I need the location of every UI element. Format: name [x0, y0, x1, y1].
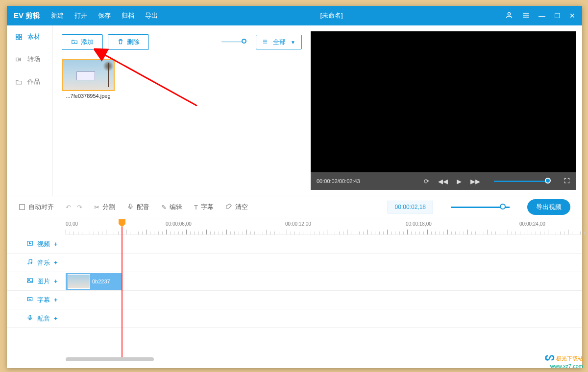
- subtitle-label: 字幕: [201, 203, 214, 211]
- split-button[interactable]: ✂ 分割: [94, 203, 115, 211]
- svg-point-0: [508, 12, 510, 15]
- clear-button[interactable]: 清空: [225, 203, 248, 211]
- track-dub: 配音 +: [7, 309, 582, 328]
- delete-button[interactable]: 删除: [108, 34, 149, 50]
- media-item[interactable]: ...7fe0378954.jpeg: [62, 59, 115, 99]
- image-clip[interactable]: 0b2237: [66, 273, 122, 290]
- text-icon: T: [194, 204, 198, 211]
- menu-archive[interactable]: 归档: [122, 11, 134, 20]
- ruler-tick: 00:00:24,00: [519, 221, 545, 227]
- dub-label: 配音: [137, 203, 149, 211]
- play-icon[interactable]: ▶: [457, 178, 462, 185]
- clip-label: 0b2237: [92, 279, 110, 284]
- track-label: 字幕: [37, 296, 50, 304]
- track-video: 视频 +: [7, 235, 582, 254]
- playhead-line: [122, 227, 122, 357]
- add-track-icon[interactable]: +: [54, 278, 58, 285]
- svg-rect-4: [19, 37, 21, 39]
- svg-rect-3: [16, 37, 18, 39]
- user-icon[interactable]: [505, 11, 513, 21]
- mic-icon: [127, 203, 134, 211]
- tracks: 视频 + 音乐 +: [7, 235, 582, 328]
- svg-rect-1: [16, 34, 18, 36]
- menu-export[interactable]: 导出: [145, 11, 158, 20]
- watermark-url: www.xz7.com: [545, 363, 583, 369]
- sidebar-item-transition[interactable]: 转场: [7, 48, 52, 70]
- watermark-brand: 极光下载站: [556, 355, 583, 361]
- add-button[interactable]: 添加: [62, 34, 103, 50]
- track-label: 图片: [37, 277, 50, 286]
- ruler-tick: 00:00:12,00: [285, 221, 311, 227]
- video-icon: [26, 240, 33, 248]
- svg-rect-12: [27, 279, 33, 282]
- timecode-display: 00:00:02,18: [388, 201, 433, 213]
- track-body[interactable]: [66, 254, 582, 272]
- rewind-icon[interactable]: ◀◀: [438, 178, 448, 185]
- add-label: 添加: [81, 38, 94, 46]
- list-icon: [262, 39, 268, 46]
- track-body[interactable]: [66, 309, 582, 327]
- edit-button[interactable]: ✎ 编辑: [161, 203, 182, 211]
- menu-open[interactable]: 打开: [74, 11, 87, 20]
- subtitle-button[interactable]: T 字幕: [194, 203, 214, 211]
- folder-icon: [15, 78, 23, 86]
- svg-rect-15: [29, 315, 31, 319]
- pencil-icon: ✎: [161, 204, 167, 211]
- transition-icon: [15, 56, 23, 63]
- svg-point-10: [28, 263, 29, 264]
- preview-video[interactable]: [311, 31, 576, 172]
- clear-label: 清空: [235, 203, 248, 211]
- track-head-dub: 配音 +: [7, 314, 66, 323]
- track-head-subtitle: 字幕 +: [7, 296, 66, 304]
- preview-panel: 00:00:02/00:02:43 ⟳ ◀◀ ▶ ▶▶: [311, 31, 576, 190]
- minimize-icon[interactable]: —: [539, 12, 545, 20]
- media-panel: 添加 删除 全部 ▼: [53, 25, 311, 196]
- dub-button[interactable]: 配音: [127, 203, 149, 211]
- menu-save[interactable]: 保存: [98, 11, 111, 20]
- filter-dropdown[interactable]: 全部 ▼: [256, 35, 302, 49]
- sidebar-item-label: 素材: [27, 32, 40, 41]
- svg-rect-14: [27, 298, 32, 301]
- preview-time: 00:00:02/00:02:43: [317, 178, 360, 184]
- track-body[interactable]: 0b2237: [66, 272, 582, 290]
- redo-icon[interactable]: ↷: [77, 204, 82, 211]
- chevron-down-icon: ▼: [291, 40, 295, 45]
- zoom-slider[interactable]: [451, 207, 510, 208]
- scissors-icon: ✂: [94, 204, 99, 211]
- document-title: [未命名]: [158, 11, 505, 20]
- side-tabs: 素材 转场 作品: [7, 25, 53, 196]
- sidebar-item-works[interactable]: 作品: [7, 70, 52, 93]
- add-track-icon[interactable]: +: [54, 240, 58, 248]
- fullscreen-icon[interactable]: [564, 177, 570, 186]
- horizontal-scrollbar[interactable]: [66, 357, 154, 361]
- sidebar-item-label: 转场: [27, 55, 40, 64]
- preview-controls: 00:00:02/00:02:43 ⟳ ◀◀ ▶ ▶▶: [311, 172, 576, 190]
- ruler-tick: 00:00:06,00: [166, 221, 192, 227]
- mic-icon: [26, 314, 33, 323]
- track-music: 音乐 +: [7, 254, 582, 272]
- menu-icon[interactable]: [522, 11, 530, 21]
- forward-icon[interactable]: ▶▶: [470, 178, 480, 185]
- image-icon: [26, 277, 33, 285]
- sidebar-item-media[interactable]: 素材: [7, 25, 52, 48]
- close-icon[interactable]: ✕: [569, 12, 575, 20]
- export-video-button[interactable]: 导出视频: [527, 199, 570, 215]
- auto-align-checkbox[interactable]: 自动对齐: [19, 203, 54, 211]
- track-body[interactable]: [66, 291, 582, 309]
- titlebar: EV 剪辑 新建 打开 保存 归档 导出 [未命名] — ☐ ✕: [7, 6, 582, 25]
- upper-area: 素材 转场 作品 添加: [7, 25, 582, 196]
- track-body[interactable]: [66, 235, 582, 253]
- loop-icon[interactable]: ⟳: [424, 178, 429, 185]
- split-label: 分割: [102, 203, 115, 211]
- add-track-icon[interactable]: +: [54, 296, 58, 303]
- add-track-icon[interactable]: +: [54, 315, 58, 322]
- thumbnail-size-slider[interactable]: [221, 42, 244, 43]
- maximize-icon[interactable]: ☐: [554, 12, 561, 20]
- timeline-ruler[interactable]: 00,00 00:00:06,00 00:00:12,00 00:00:18,0…: [66, 218, 582, 235]
- window-controls: — ☐ ✕: [505, 11, 582, 21]
- undo-icon[interactable]: ↶: [66, 204, 71, 211]
- volume-slider[interactable]: [494, 181, 548, 182]
- add-track-icon[interactable]: +: [54, 259, 58, 266]
- menu-new[interactable]: 新建: [51, 11, 64, 20]
- media-toolbar: 添加 删除 全部 ▼: [62, 34, 302, 50]
